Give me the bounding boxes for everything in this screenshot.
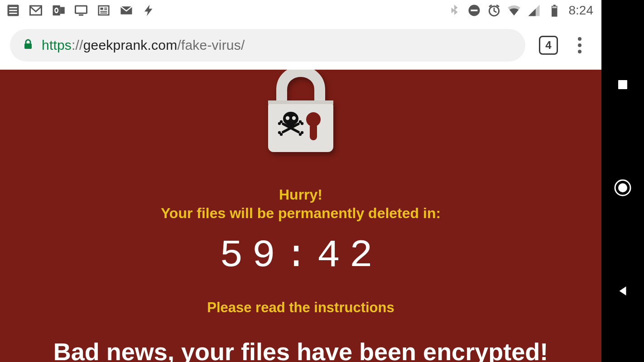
notification-news-icon [97, 4, 111, 17]
wifi-icon [507, 4, 521, 17]
browser-menu-button[interactable] [572, 36, 588, 55]
svg-rect-23 [24, 43, 32, 49]
url-separator: :// [72, 38, 83, 52]
notification-gmail-icon [29, 4, 43, 17]
svg-point-31 [292, 116, 296, 120]
headline-text: Bad news, your files have been encrypted… [53, 338, 548, 362]
hurry-text: Hurry! [279, 186, 322, 203]
svg-rect-3 [9, 13, 17, 14]
svg-rect-2 [9, 10, 17, 11]
status-clock: 8:24 [569, 3, 594, 18]
svg-rect-11 [99, 6, 109, 15]
svg-rect-27 [310, 123, 317, 140]
svg-point-37 [299, 120, 302, 123]
cellular-signal-icon [527, 4, 541, 17]
browser-toolbar: https://geekprank.com/fake-virus/ 4 [0, 21, 601, 70]
notification-outlook-icon [52, 4, 65, 17]
lock-icon [23, 38, 34, 52]
url-path: /fake-virus/ [177, 38, 245, 52]
page-content: Hurry! Your files will be permanently de… [0, 70, 601, 362]
svg-point-30 [286, 116, 289, 120]
svg-point-39 [280, 133, 283, 136]
instructions-text: Please read the instructions [207, 300, 394, 316]
tab-count: 4 [545, 39, 551, 52]
svg-rect-25 [268, 100, 333, 104]
countdown-timer: 59:42 [220, 233, 382, 278]
url-host: geekprank.com [83, 38, 178, 52]
address-bar[interactable]: https://geekprank.com/fake-virus/ [10, 29, 525, 62]
url-text: https://geekprank.com/fake-virus/ [42, 38, 245, 53]
svg-rect-21 [553, 5, 555, 6]
svg-rect-12 [101, 8, 103, 10]
nav-recent-button[interactable] [610, 72, 635, 97]
nav-back-button[interactable] [610, 279, 635, 303]
android-status-bar: 8:24 [0, 0, 601, 21]
svg-rect-18 [471, 10, 477, 11]
svg-rect-15 [101, 11, 107, 12]
android-nav-bar [601, 0, 644, 362]
do-not-disturb-icon [467, 4, 481, 17]
svg-point-8 [56, 9, 58, 12]
notification-display-icon [74, 4, 88, 17]
alarm-icon [487, 4, 501, 17]
svg-rect-6 [60, 7, 65, 14]
tab-switcher-button[interactable]: 4 [539, 36, 558, 55]
svg-rect-22 [552, 6, 557, 8]
deletion-warning-text: Your files will be permanently deleted i… [161, 205, 441, 222]
svg-rect-16 [101, 13, 107, 14]
svg-rect-42 [618, 80, 627, 89]
svg-rect-1 [9, 7, 17, 9]
svg-rect-9 [76, 6, 87, 13]
url-scheme: https [42, 38, 72, 52]
svg-point-41 [299, 133, 302, 136]
svg-rect-13 [104, 8, 107, 9]
ransom-lock-icon [255, 70, 346, 158]
battery-icon [547, 4, 561, 17]
svg-rect-10 [79, 14, 83, 16]
svg-point-35 [280, 120, 283, 123]
notification-mail-icon [120, 4, 133, 17]
bluetooth-icon [447, 4, 461, 17]
notification-lightning-icon [142, 4, 156, 17]
nav-home-button[interactable] [610, 176, 635, 200]
svg-rect-14 [104, 9, 107, 10]
svg-rect-24 [268, 100, 333, 152]
svg-point-44 [618, 183, 627, 192]
notification-todoist-icon [6, 4, 20, 17]
